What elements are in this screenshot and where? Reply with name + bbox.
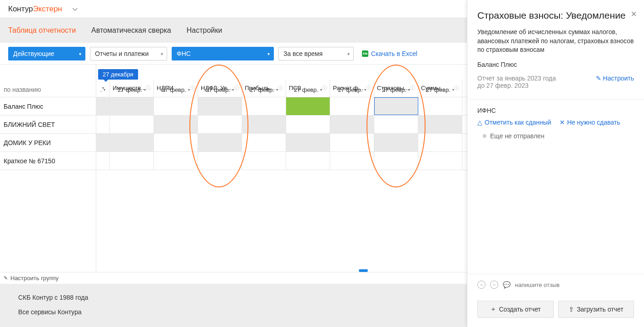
section-title: ИФНС xyxy=(477,107,634,114)
cell[interactable] xyxy=(96,97,110,115)
cell[interactable] xyxy=(330,134,374,151)
plus-icon: ＋ xyxy=(490,305,496,313)
upload-report-button[interactable]: ⇪ Загрузить отчет xyxy=(558,301,634,318)
excel-icon: xls xyxy=(362,50,368,57)
cell[interactable] xyxy=(374,116,418,133)
tab-settings[interactable]: Настройки xyxy=(187,26,222,35)
company-row[interactable]: БЛИЖНИЙ СВЕТ xyxy=(0,116,96,134)
chevron-down-icon: ▾ xyxy=(276,88,278,92)
cell[interactable] xyxy=(418,134,462,151)
cell[interactable] xyxy=(242,134,286,151)
cell-selected[interactable] xyxy=(374,97,418,115)
filter-status-label: Действующие xyxy=(13,50,54,57)
status-dot-icon xyxy=(483,134,486,138)
cell[interactable] xyxy=(242,97,286,115)
subheader-cell[interactable]: 27 февр.▾ xyxy=(242,83,286,97)
panel-period-text: Отчет за январь 2023 года до 27 февр. 20… xyxy=(477,75,556,89)
cell[interactable] xyxy=(96,152,110,170)
date-label: 27 февр. xyxy=(162,86,186,93)
chevron-down-icon xyxy=(72,8,78,11)
product-switcher[interactable] xyxy=(69,4,81,15)
action-label: Отметить как сданный xyxy=(485,119,551,126)
cell[interactable] xyxy=(242,116,286,133)
company-row[interactable]: Баланс Плюс xyxy=(0,97,96,116)
cell[interactable] xyxy=(330,97,374,115)
company-name-filter[interactable] xyxy=(4,86,92,93)
chevron-down-icon: ▾ xyxy=(161,51,163,56)
triangle-icon: △ xyxy=(477,119,482,126)
subheader-cell[interactable]: 27 февр.▾ xyxy=(154,83,198,97)
chevron-down-icon: ▾ xyxy=(347,51,350,56)
feedback-input[interactable] xyxy=(515,282,634,288)
cell[interactable] xyxy=(198,97,242,115)
panel-actions: △ Отметить как сданный ✕ Не нужно сдават… xyxy=(477,119,634,126)
mark-submitted-action[interactable]: △ Отметить как сданный xyxy=(477,119,551,126)
cell[interactable] xyxy=(418,116,462,133)
cell[interactable] xyxy=(154,134,198,151)
cell[interactable] xyxy=(330,152,374,170)
period-line1: Отчет за январь 2023 года xyxy=(477,75,556,82)
cell[interactable] xyxy=(198,134,242,151)
cell[interactable] xyxy=(374,134,418,151)
subheader-cell[interactable]: 27 февр.▾ xyxy=(330,83,374,97)
close-button[interactable]: × xyxy=(631,8,637,20)
smile-icon[interactable]: ⌣ xyxy=(477,281,485,289)
cell[interactable] xyxy=(374,152,418,170)
cell[interactable] xyxy=(418,152,462,170)
chevron-down-icon: ▾ xyxy=(268,51,270,56)
cell-status-done[interactable] xyxy=(286,97,330,115)
subheader-cell[interactable]: 27 февр.▾ xyxy=(286,83,330,97)
frown-icon[interactable]: ⌢ xyxy=(490,281,498,289)
cell[interactable] xyxy=(110,97,154,115)
filter-agency[interactable]: ФНС ▾ xyxy=(172,47,274,60)
company-column: Баланс Плюс БЛИЖНИЙ СВЕТ ДОМИК У РЕКИ Кр… xyxy=(0,65,96,291)
cell[interactable] xyxy=(110,152,154,170)
period-line2: до 27 февр. 2023 xyxy=(477,82,556,89)
chevron-down-icon: ▾ xyxy=(232,88,234,92)
cell[interactable] xyxy=(286,116,330,133)
cell[interactable] xyxy=(198,152,242,170)
subheader-cell[interactable]: . ▾ xyxy=(96,83,110,97)
cell[interactable] xyxy=(110,116,154,133)
cell[interactable] xyxy=(154,116,198,133)
cell[interactable] xyxy=(198,116,242,133)
status-label: Еще не отправлен xyxy=(490,132,545,140)
filter-period[interactable]: За все время ▾ xyxy=(278,47,354,60)
filter-period-label: За все время xyxy=(283,50,322,57)
filter-status[interactable]: Действующие ▾ xyxy=(8,47,85,60)
chevron-down-icon: ▾ xyxy=(364,88,366,92)
cell[interactable] xyxy=(418,97,462,115)
date-label: 27 февр. xyxy=(338,86,362,93)
chevron-down-icon: ▾ xyxy=(144,88,146,92)
filter-type[interactable]: Отчеты и платежи ▾ xyxy=(90,47,167,60)
logo-part2: Экстерн xyxy=(33,5,62,13)
btn-label: Загрузить отчет xyxy=(577,306,624,313)
cell[interactable] xyxy=(154,97,198,115)
close-icon: ✕ xyxy=(560,119,565,126)
cell[interactable] xyxy=(330,116,374,133)
cell[interactable] xyxy=(110,134,154,151)
configure-link[interactable]: ✎ Настроить xyxy=(596,75,634,82)
pencil-icon: ✎ xyxy=(4,275,8,281)
chevron-down-icon: ▾ xyxy=(79,51,81,56)
cell[interactable] xyxy=(96,116,110,133)
cell[interactable] xyxy=(242,152,286,170)
logo[interactable]: КонтурЭкстерн xyxy=(8,5,62,14)
panel-company: Баланс Плюс xyxy=(467,55,644,68)
subheader-cell[interactable]: 27 февр.▾ xyxy=(418,83,462,97)
cell[interactable] xyxy=(96,134,110,151)
company-row[interactable]: ДОМИК У РЕКИ xyxy=(0,134,96,152)
not-required-action[interactable]: ✕ Не нужно сдавать xyxy=(560,119,620,126)
subheader-cell[interactable]: 27 февр.▾ xyxy=(374,83,418,97)
tab-auto-reconcile[interactable]: Автоматическая сверка xyxy=(91,26,171,35)
create-report-button[interactable]: ＋ Создать отчет xyxy=(477,301,554,318)
download-excel[interactable]: xls Скачать в Excel xyxy=(362,50,417,57)
tab-reporting-table[interactable]: Таблица отчетности xyxy=(8,26,76,35)
subheader-cell[interactable]: 27 февр.▾ xyxy=(110,83,154,97)
pencil-icon: ✎ xyxy=(596,75,601,82)
cell[interactable] xyxy=(154,152,198,170)
cell[interactable] xyxy=(286,152,330,170)
subheader-cell[interactable]: 27 февр.▾ xyxy=(198,83,242,97)
cell[interactable] xyxy=(286,134,330,151)
company-row[interactable]: Краткое № 67150 xyxy=(0,152,96,170)
